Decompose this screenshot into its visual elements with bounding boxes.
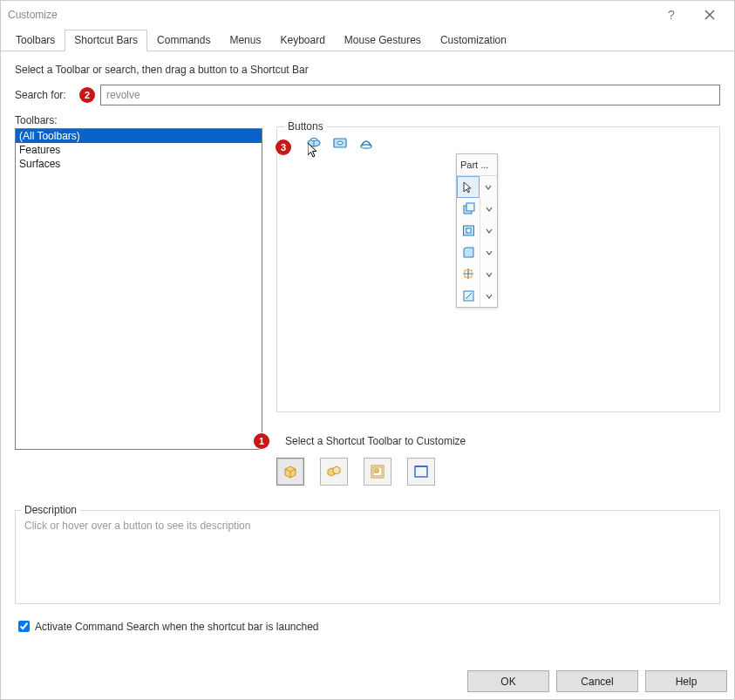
dropdown-arrow-icon[interactable] — [480, 293, 497, 300]
list-item[interactable]: Surfaces — [16, 157, 262, 171]
svg-rect-8 — [466, 228, 471, 233]
search-input[interactable] — [100, 85, 720, 105]
buttons-legend: Buttons — [284, 120, 327, 133]
drawing-shortcut-button[interactable] — [364, 458, 391, 486]
instruction-text: Select a Toolbar or search, then drag a … — [15, 60, 720, 85]
dropdown-arrow-icon[interactable] — [480, 249, 497, 256]
ok-button[interactable]: OK — [467, 670, 549, 692]
help-icon[interactable]: ? — [654, 4, 689, 25]
extrude-boss-icon[interactable] — [457, 198, 480, 220]
step-badge-1: 1 — [254, 433, 269, 449]
svg-rect-6 — [466, 203, 474, 211]
dropdown-arrow-icon[interactable] — [480, 206, 497, 213]
search-label: Search for: — [15, 89, 79, 101]
step-badge-2: 2 — [79, 87, 95, 103]
customize-dialog: Customize ? Toolbars Shortcut Bars Comma… — [0, 0, 735, 700]
dropdown-arrow-icon[interactable] — [480, 228, 497, 234]
activate-command-search-label: Activate Command Search when the shortcu… — [35, 621, 319, 633]
description-groupbox: Description Click or hover over a button… — [15, 510, 720, 604]
search-row: Search for: 2 — [15, 85, 720, 105]
tab-commands[interactable]: Commands — [147, 30, 220, 51]
shortcut-row-extrude-boss[interactable] — [457, 198, 497, 220]
tab-menus[interactable]: Menus — [220, 30, 270, 51]
list-item[interactable]: (All Toolbars) — [16, 129, 262, 143]
toolbars-listbox[interactable]: (All Toolbars) Features Surfaces — [15, 128, 262, 450]
shortcut-row-sketch[interactable] — [457, 285, 497, 307]
buttons-groupbox: Buttons 3 — [276, 126, 720, 412]
help-button[interactable]: Help — [645, 670, 727, 692]
dropdown-arrow-icon[interactable] — [480, 271, 497, 278]
tab-keyboard[interactable]: Keyboard — [270, 30, 334, 51]
close-icon[interactable] — [692, 4, 727, 25]
title-bar: Customize ? — [1, 1, 734, 29]
select-toolbar-label: Select a Shortcut Toolbar to Customize — [285, 435, 466, 447]
shortcut-row-extrude-cut[interactable] — [457, 220, 497, 241]
reference-geometry-icon[interactable] — [457, 263, 480, 285]
cancel-button[interactable]: Cancel — [556, 670, 638, 692]
revolve-cut-icon[interactable] — [331, 134, 349, 152]
toolbars-label: Toolbars: — [15, 114, 262, 126]
shortcut-row-select[interactable] — [457, 176, 497, 198]
tab-mouse-gestures[interactable]: Mouse Gestures — [335, 30, 431, 51]
description-placeholder: Click or hover over a button to see its … — [24, 520, 711, 532]
tab-shortcut-bars[interactable]: Shortcut Bars — [65, 30, 147, 51]
svg-point-3 — [337, 141, 343, 145]
shortcut-row-reference[interactable] — [457, 263, 497, 285]
sketch-flyout-icon[interactable] — [457, 285, 480, 307]
fillet-icon[interactable] — [457, 241, 480, 263]
sketch-shortcut-button[interactable] — [407, 458, 435, 486]
shortcut-row-fillet[interactable] — [457, 241, 497, 263]
list-item[interactable]: Features — [16, 143, 262, 157]
svg-point-4 — [361, 145, 371, 148]
shortcut-bar-preview[interactable]: Part ... — [456, 153, 498, 308]
step-badge-3: 3 — [276, 139, 291, 155]
tab-toolbars[interactable]: Toolbars — [6, 30, 65, 51]
select-tool-icon[interactable] — [457, 176, 480, 198]
tab-strip: Toolbars Shortcut Bars Commands Menus Ke… — [1, 29, 734, 51]
shortcut-bar-title[interactable]: Part ... — [457, 154, 497, 176]
dialog-footer: OK Cancel Help — [467, 670, 727, 692]
dropdown-arrow-icon[interactable] — [480, 184, 497, 191]
svg-rect-14 — [375, 469, 378, 472]
svg-rect-15 — [415, 466, 427, 477]
revolve-boss-icon[interactable] — [305, 134, 323, 152]
assembly-shortcut-button[interactable] — [320, 458, 348, 486]
window-title: Customize — [8, 9, 654, 21]
extrude-cut-icon[interactable] — [457, 220, 480, 241]
tab-customization[interactable]: Customization — [431, 30, 516, 51]
description-legend: Description — [21, 504, 80, 516]
svg-point-1 — [310, 139, 317, 141]
revolve-surface-icon[interactable] — [357, 134, 375, 152]
part-shortcut-button[interactable] — [276, 458, 304, 486]
activate-command-search-checkbox[interactable] — [18, 621, 30, 632]
